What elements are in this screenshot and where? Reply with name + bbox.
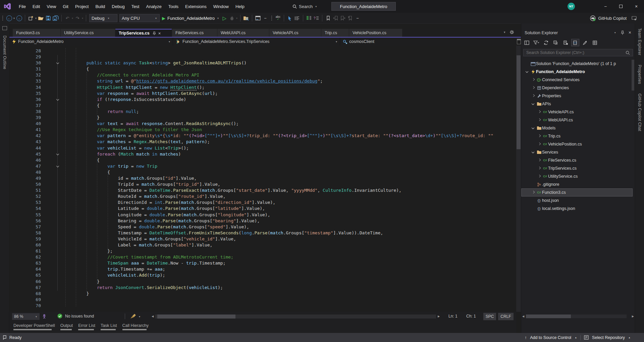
vertical-tab-team-explorer[interactable]: Team Explorer [637,28,642,55]
menu-item-edit[interactable]: Edit [29,0,43,13]
previous-bookmark-button[interactable] [332,14,339,22]
terminal-window-button[interactable] [255,14,261,22]
menu-item-extensions[interactable]: Extensions [182,0,210,13]
code-line[interactable]: 62 //Covert timestampt from ADLMetrotoCu… [9,254,516,260]
code-cleanup-broom-icon[interactable] [130,314,137,319]
code-line[interactable]: 44 var vehicleList = new List<Trip>(); [9,145,516,151]
code-line[interactable]: 49 id = match.Groups["id"].Value, [9,175,516,181]
fold-chevron-icon[interactable] [55,97,61,103]
vertical-tab-github-copilot-chat[interactable]: GitHub Copilot Chat [637,94,642,131]
expander-chevron-icon[interactable] [531,77,536,82]
pin-icon[interactable] [153,32,156,35]
find-in-files-button[interactable] [243,14,250,22]
hot-reload-button[interactable] [228,14,235,22]
select-repository-button[interactable]: Select Repository [592,335,625,340]
properties-window-button[interactable] [591,39,599,46]
comment-lines-button[interactable]: ? [313,14,320,22]
code-line[interactable]: 34 HttpClient httpClient = new HttpClien… [9,84,516,91]
expander-chevron-icon[interactable] [531,93,536,99]
pin-icon[interactable] [621,31,625,35]
code-line[interactable]: 39 } [9,115,516,121]
vertical-tab-document-outline[interactable]: Document Outline [2,36,7,69]
chevron-down-icon[interactable]: ▾ [13,17,15,20]
panel-tab-output[interactable]: Output [60,323,73,333]
code-line[interactable]: 54 Latitude = double.Parse(match.Groups[… [9,206,516,212]
code-line[interactable]: 37 { [9,103,516,109]
breadcrumb-type-dropdown[interactable]: Function_AdelaideMetro.Services.TripServ… [173,38,340,46]
tab-vehicleapi-cs[interactable]: VehicleAPI.cs [269,29,321,37]
code-line[interactable]: 43 var matches = Regex.Matches(text, pat… [9,139,516,145]
open-folder-button[interactable] [38,14,44,22]
chevron-down-icon[interactable]: ▾ [139,315,140,318]
save-all-button[interactable] [52,14,59,22]
code-line[interactable]: 57 Speed = double.Parse(match.Groups["sp… [9,224,516,230]
code-line[interactable]: 35 var response = await httpClient.GetAs… [9,91,516,97]
panel-tab-call-hierarchy[interactable]: Call Hierarchy [122,323,149,333]
scroll-left-icon[interactable]: ◀ [152,315,154,318]
chevron-down-icon[interactable]: ▾ [236,17,237,20]
code-line[interactable]: 32 //Connect to current Adelaide Metro A… [9,72,516,78]
tree-item-webuiapi-cs[interactable]: C#WebUIAPI.cs [521,116,633,124]
expander-chevron-icon[interactable] [531,125,536,131]
new-project-button[interactable] [28,14,34,22]
code-line[interactable]: 28 [9,48,516,54]
menu-item-tools[interactable]: Tools [165,0,182,13]
menu-item-build[interactable]: Build [92,0,108,13]
tree-item-trip-cs[interactable]: C#Trip.cs [521,132,633,140]
tree-item-function3-cs[interactable]: C#Function3.cs [521,188,633,196]
scroll-left-icon[interactable]: ◀ [522,315,524,318]
pending-changes-filter-button[interactable] [561,39,570,46]
code-line[interactable]: 31 { [9,66,516,72]
next-bookmark-button[interactable] [339,14,346,22]
code-line[interactable]: 33 string url = @"https://gtfs.adelaidem… [9,78,516,84]
navigate-forward-button[interactable]: → [16,14,22,22]
code-line[interactable]: 45 foreach (Match match in matches) [9,151,516,157]
tree-item-models[interactable]: Models [521,124,633,132]
expander-chevron-icon[interactable] [531,85,536,91]
expander-chevron-icon[interactable] [525,69,530,74]
tree-item-connected-services[interactable]: Connected Services [521,76,633,84]
active-solution-title[interactable]: Function_AdelaideMetro [331,2,396,11]
code-line[interactable]: 51 StartDate = DateTime.ParseExact(match… [9,187,516,193]
menu-item-help[interactable]: Help [232,0,248,13]
expander-chevron-icon[interactable] [531,150,536,155]
solution-vertical-scrollbar[interactable] [632,60,634,91]
close-button[interactable]: × [629,0,644,13]
tab-fileservices-cs[interactable]: FileServices.cs [172,29,217,37]
minimize-button[interactable]: − [598,0,613,13]
health-indicator-icon[interactable] [42,314,47,319]
menu-item-file[interactable]: File [15,0,29,13]
tree-item-services[interactable]: Services [521,148,633,156]
code-line[interactable]: 48 { [9,169,516,175]
code-line[interactable]: 69 [9,297,516,303]
tree-item-properties[interactable]: Properties [521,92,633,100]
code-line[interactable]: 58 Timestamp = DateTimeOffset.FromUnixTi… [9,230,516,236]
avatar[interactable]: NT [568,3,575,10]
expander-chevron-icon[interactable] [537,117,542,123]
code-line[interactable]: 36 if (!response.IsSuccessStatusCode) [9,97,516,103]
code-line[interactable]: 42 var pattern = @"entity\s*{\s*id: ""(?… [9,133,516,139]
solution-horizontal-scrollbar[interactable]: ◀ ▶ [521,314,635,319]
code-line[interactable]: 56 Bearing = double.Parse(match.Groups["… [9,218,516,224]
tree-item-utilityservice-cs[interactable]: C#UtilityService.cs [521,172,633,180]
start-debugging-button[interactable]: ▶ Function_AdelaideMetro ▾ [162,16,219,21]
tree-item-vehicleposition-cs[interactable]: C#VehiclePosition.cs [521,140,633,148]
search-menu[interactable]: Search ▾ [292,0,317,13]
tab-trip-cs[interactable]: Trip.cs [321,29,349,37]
code-line[interactable]: 64 trip.Timestamp += aaa; [9,266,516,272]
save-button[interactable] [45,14,52,22]
scrollbar-thumb[interactable] [526,315,571,318]
indentation-indicator[interactable]: SPC [483,313,496,320]
sync-with-active-document-button[interactable] [542,39,550,46]
line-ending-indicator[interactable]: CRLF [498,313,514,320]
chevron-down-icon[interactable]: ▾ [72,17,73,20]
expander-chevron-icon[interactable] [537,133,542,139]
collapse-all-button[interactable] [552,39,560,46]
tree-item-function-adelaidemetro[interactable]: Function_AdelaideMetro [521,68,633,76]
tree-item-local-settings-json[interactable]: { }local.settings.json [521,205,633,213]
code-line[interactable]: 68 } [9,291,516,297]
spell-check-button[interactable]: abc✓ [275,14,281,22]
code-line[interactable]: 40 var text = await response.Content.Rea… [9,121,516,127]
chevron-down-icon[interactable]: ▾ [35,17,37,20]
code-line[interactable]: 30 public static async Task<string> get_… [9,60,516,66]
